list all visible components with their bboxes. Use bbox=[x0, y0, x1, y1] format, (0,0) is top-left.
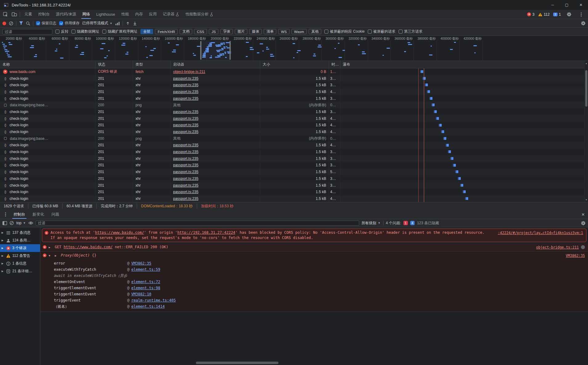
table-row[interactable]: {}check-login201xhrpassport.ts:2351.5 kB… bbox=[0, 168, 584, 175]
more-options-kebab-icon[interactable] bbox=[577, 10, 586, 19]
overview-selection-handle[interactable] bbox=[200, 41, 201, 60]
console-sidebar-item-verbose[interactable]: ▶21 条详细… bbox=[0, 267, 40, 275]
table-row[interactable]: {}check-login201xhrpassport.ts:2351.5 kB… bbox=[0, 155, 584, 162]
live-expression-eye-icon[interactable] bbox=[28, 221, 33, 225]
stack-source-link[interactable]: element.ts:59 bbox=[131, 267, 160, 272]
stack-frame[interactable]: await in executeWithTryCatch（异步） bbox=[40, 273, 588, 279]
table-row[interactable]: {}check-login201xhrpassport.ts:2351.5 kB… bbox=[0, 122, 584, 129]
inspect-element-icon[interactable] bbox=[1, 10, 10, 19]
console-sidebar-item-info[interactable]: ▶1 条信息 bbox=[0, 260, 40, 267]
third-party-checkbox[interactable]: 第三方请求 bbox=[399, 29, 423, 34]
message-source-link[interactable]: object-bridge.ts:211 bbox=[536, 245, 585, 250]
console-get-error-message[interactable]: ✕ ▶ GET https://www.baidu.com/ net::ERR_… bbox=[40, 243, 588, 252]
table-row[interactable]: {}check-login201xhrpassport.ts:2351.5 kB… bbox=[0, 88, 584, 95]
export-har-button[interactable] bbox=[133, 21, 137, 26]
table-row[interactable]: {}check-login201xhrpassport.ts:2351.5 kB… bbox=[0, 175, 584, 182]
scrollbar-thumb[interactable] bbox=[585, 70, 587, 107]
close-button[interactable]: ✕ bbox=[574, 0, 588, 10]
url-link[interactable]: http://192.168.31.27:42224 bbox=[177, 230, 235, 235]
initiator-link[interactable]: passport.ts:235 bbox=[173, 76, 198, 81]
column-header-启动器[interactable]: 启动器 bbox=[171, 61, 260, 68]
stack-source-link[interactable]: realm-runtime.ts:405 bbox=[131, 298, 176, 303]
tab-性能数据分析[interactable]: 性能数据分析 bbox=[182, 10, 217, 19]
initiator-link[interactable]: passport.ts:235 bbox=[173, 130, 198, 134]
log-levels-select[interactable]: 所有级别 ▼ bbox=[362, 221, 381, 226]
table-row[interactable]: {}check-login201xhrpassport.ts:2351.5 kB… bbox=[0, 195, 584, 202]
initiator-link[interactable]: passport.ts:235 bbox=[173, 90, 198, 94]
network-overview[interactable]: 20000 毫秒40000 毫秒60000 毫秒80000 毫秒100000 毫… bbox=[0, 36, 588, 61]
column-header-大小[interactable]: 大小 bbox=[260, 61, 329, 68]
filter-chip-图片[interactable]: 图片 bbox=[235, 29, 247, 34]
initiator-link[interactable]: passport.ts:235 bbox=[173, 123, 198, 127]
console-cors-error-message[interactable]: ✕ Access to fetch at 'https://www.baidu.… bbox=[42, 229, 586, 242]
table-row[interactable]: data:image/png;base…200png其他(内存缓存)0… bbox=[0, 135, 584, 142]
filter-chip-WS[interactable]: WS bbox=[278, 29, 290, 34]
column-header-时…[interactable]: 时… bbox=[329, 61, 340, 68]
tab-内存[interactable]: 内存 bbox=[132, 10, 146, 19]
expand-arrow-icon[interactable]: ▶ bbox=[2, 247, 4, 249]
stack-frame[interactable]: executeWithTryCatch@element.ts:59 bbox=[40, 266, 588, 273]
filter-chip-字体[interactable]: 字体 bbox=[220, 29, 233, 34]
tab-性能[interactable]: 性能 bbox=[118, 10, 132, 19]
filter-chip-媒体[interactable]: 媒体 bbox=[249, 29, 262, 34]
search-icon[interactable] bbox=[26, 21, 30, 26]
console-sidebar-item-list[interactable]: ▶137 条消息 bbox=[0, 229, 40, 237]
scroll-up-arrow-icon[interactable]: ▲ bbox=[585, 62, 588, 64]
minimize-button[interactable]: ─ bbox=[545, 0, 560, 10]
maximize-button[interactable]: ▢ bbox=[560, 0, 574, 10]
initiator-link[interactable]: passport.ts:235 bbox=[173, 156, 198, 161]
table-row[interactable]: {}check-login201xhrpassport.ts:2351.5 kB… bbox=[0, 95, 584, 102]
disable-cache-checkbox[interactable]: 停用缓存 bbox=[59, 21, 79, 26]
stack-source-link[interactable]: element.ts:1414 bbox=[131, 304, 164, 309]
import-har-button[interactable] bbox=[126, 21, 130, 26]
filter-chip-清单[interactable]: 清单 bbox=[264, 29, 276, 34]
blocked-requests-checkbox[interactable]: 被屏蔽的请求 bbox=[368, 29, 395, 34]
blocked-cookies-checkbox[interactable]: 被屏蔽的响应 Cookie bbox=[324, 29, 365, 34]
initiator-link[interactable]: object-bridge.ts:211 bbox=[173, 70, 205, 74]
stack-frame[interactable]: elementOnEvent@element.ts:72 bbox=[40, 279, 588, 285]
issue-info-badge[interactable]: 4 bbox=[410, 221, 415, 225]
scroll-down-arrow-icon[interactable]: ▼ bbox=[585, 199, 588, 201]
filter-chip-Fetch/XHR[interactable]: Fetch/XHR bbox=[155, 29, 178, 34]
tab-源代码/来源[interactable]: 源代码/来源 bbox=[53, 10, 79, 19]
settings-gear-icon[interactable] bbox=[565, 10, 573, 19]
collapse-arrow-icon[interactable]: ▼ bbox=[49, 254, 50, 257]
vertical-scrollbar[interactable]: ▲ ▼ bbox=[584, 61, 588, 202]
initiator-link[interactable]: passport.ts:235 bbox=[173, 190, 198, 194]
table-row[interactable]: ✕www.baidu.comCORS 错误fetchobject-bridge.… bbox=[0, 68, 584, 75]
hide-extension-urls-checkbox[interactable]: 隐藏扩展程序网址 bbox=[102, 29, 137, 34]
table-row[interactable]: {}check-login201xhrpassport.ts:2351.5 kB… bbox=[0, 189, 584, 195]
network-settings-gear-icon[interactable] bbox=[581, 21, 586, 26]
filter-chip-其他[interactable]: 其他 bbox=[309, 29, 321, 34]
preserve-log-checkbox[interactable]: 保留日志 bbox=[36, 21, 56, 26]
initiator-link[interactable]: passport.ts:235 bbox=[173, 96, 198, 101]
issue-error-badge[interactable]: 1 bbox=[403, 221, 408, 225]
tab-记录器[interactable]: 记录器 bbox=[160, 10, 183, 19]
tab-控制台[interactable]: 控制台 bbox=[35, 10, 53, 19]
stack-source-link[interactable]: VM3862:35 bbox=[131, 261, 151, 266]
overview-selection-handle[interactable] bbox=[229, 41, 231, 60]
stack-source-link[interactable]: element.ts:98 bbox=[131, 286, 160, 291]
error-counter[interactable]: ✕ 3 bbox=[527, 12, 534, 17]
expand-arrow-icon[interactable]: ▶ bbox=[49, 246, 50, 249]
column-header-名称[interactable]: 名称 bbox=[0, 61, 95, 68]
drawer-tab-新变化[interactable]: 新变化 bbox=[29, 210, 48, 219]
tab-应用[interactable]: 应用 bbox=[146, 10, 160, 19]
expand-arrow-icon[interactable]: ▶ bbox=[2, 239, 4, 242]
column-header-状态[interactable]: 状态 bbox=[95, 61, 133, 68]
tab-元素[interactable]: 元素 bbox=[21, 10, 35, 19]
table-row[interactable]: {}check-login201xhrpassport.ts:2351.5 kB… bbox=[0, 82, 584, 88]
initiator-link[interactable]: passport.ts:235 bbox=[173, 163, 198, 167]
horizontal-scrollbar[interactable] bbox=[196, 362, 278, 364]
initiator-link[interactable]: passport.ts:235 bbox=[173, 176, 198, 181]
initiator-link[interactable]: passport.ts:235 bbox=[173, 170, 198, 174]
table-row[interactable]: data:image/png;base…200png其他(内存缓存)0… bbox=[0, 102, 584, 108]
stack-frame[interactable]: triggerElementEvent@VM3882:10 bbox=[40, 291, 588, 297]
stack-frame[interactable]: triggerElementEvent@element.ts:98 bbox=[40, 285, 588, 291]
throttling-select[interactable]: 已停用节流模式 ▼ bbox=[82, 21, 112, 26]
device-toolbar-icon[interactable] bbox=[10, 10, 18, 19]
filter-chip-Wasm[interactable]: Wasm bbox=[291, 29, 307, 34]
drawer-close-icon[interactable]: ✕ bbox=[578, 212, 588, 217]
initiator-link[interactable]: passport.ts:235 bbox=[173, 150, 198, 154]
console-settings-gear-icon[interactable] bbox=[581, 221, 586, 225]
